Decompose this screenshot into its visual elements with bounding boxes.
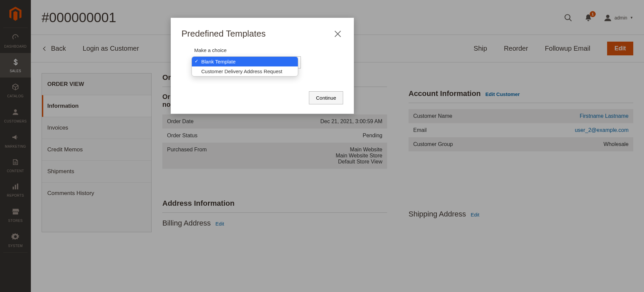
predefined-templates-modal: Predefined Templates Make a choice Blank… xyxy=(171,18,354,114)
close-icon xyxy=(333,30,342,38)
template-option[interactable]: Customer Delivery Address Request xyxy=(192,66,298,76)
modal-label: Make a choice xyxy=(194,47,343,53)
template-dropdown: Blank TemplateCustomer Delivery Address … xyxy=(192,56,298,77)
modal-title: Predefined Templates xyxy=(181,29,332,39)
template-option[interactable]: Blank Template xyxy=(192,57,298,66)
continue-button[interactable]: Continue xyxy=(309,91,343,104)
modal-close-button[interactable] xyxy=(332,29,343,39)
